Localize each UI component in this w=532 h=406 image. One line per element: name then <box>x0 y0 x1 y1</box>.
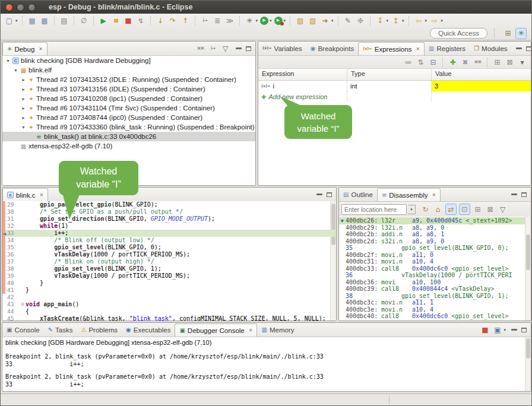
expand-twisty[interactable]: ▸ <box>20 115 27 120</box>
maximize-view-icon[interactable] <box>521 192 527 197</box>
code-line[interactable]: ➔33 i++; <box>2 230 336 237</box>
close-tab-icon[interactable]: ✕ <box>40 192 44 198</box>
expression-row[interactable]: (x)=iint3 <box>258 81 531 91</box>
debug-tree-row[interactable]: ≡blink_task() at blink.c:33 0x400dbc26 <box>2 132 255 141</box>
console-tab-executables[interactable]: ◉Executables <box>122 323 175 337</box>
pin-icon[interactable]: ⊠ <box>485 204 495 214</box>
new-project-icon[interactable]: ▨ <box>295 15 305 26</box>
line-number[interactable]: 29 <box>5 201 20 208</box>
view-menu-icon[interactable]: ▽ <box>220 43 230 53</box>
debug-tree-row[interactable]: ▸✦Thread #2 1073413512 (IDLE : Running) … <box>2 75 255 84</box>
minimize-view-icon[interactable] <box>511 194 517 195</box>
show-logical-structures-icon[interactable]: ⇅ <box>416 57 426 67</box>
disassembly-tab-disassembly[interactable]: ≡Disassembly✕ <box>377 188 441 201</box>
step-into-icon[interactable]: ↓ <box>156 15 166 26</box>
tab-debug[interactable]: ✳ Debug ✕ <box>2 42 48 55</box>
run-last-menu-caret[interactable]: ▾ <box>284 18 286 23</box>
expressions-tab-registers[interactable]: ▥Registers <box>425 42 470 55</box>
line-number[interactable]: 35 <box>5 244 20 251</box>
maximize-view-icon[interactable] <box>246 46 251 51</box>
add-expression-icon[interactable]: ✚ <box>448 57 458 67</box>
new-wizard-icon[interactable]: ▢ <box>4 15 14 26</box>
maximize-view-icon[interactable] <box>327 192 332 197</box>
window-minimize-button[interactable] <box>17 4 24 11</box>
back-icon[interactable]: ⇦ <box>414 15 424 26</box>
forward-icon[interactable]: ⇨ <box>429 15 439 26</box>
line-number[interactable]: 41 <box>5 287 20 294</box>
sync-active-context-icon[interactable]: ⇄ <box>445 204 457 215</box>
format-icon[interactable]: ✎ <box>343 15 353 26</box>
suspend-icon[interactable]: ▮▮ <box>111 15 121 26</box>
build-icon[interactable]: ▤ <box>59 15 69 26</box>
debug-perspective-icon[interactable]: ✳ <box>515 28 527 39</box>
disassembly-line[interactable]: 400dbc3e:movi.na10, 4 <box>339 306 531 313</box>
disassembly-line[interactable]: 400dbc3c:movi.na11, 1 <box>339 299 531 306</box>
expand-twisty[interactable]: ▸ <box>20 77 27 83</box>
quick-access-button[interactable]: Quick Access <box>430 28 487 39</box>
code-line[interactable]: 35 gpio_set_level(BLINK_GPIO, 0); <box>2 244 336 251</box>
disassembly-line[interactable]: 400dbc2b:addi.na8, a8, 1 <box>339 231 531 238</box>
run-icon[interactable]: ▶ <box>260 17 268 25</box>
remove-all-expressions-icon[interactable]: ✖✖ <box>473 57 483 67</box>
last-edit-location-menu-caret[interactable]: ▾ <box>387 18 389 23</box>
console-tab-problems[interactable]: ⚠Problems <box>77 323 122 337</box>
code-line[interactable]: 41} <box>2 287 336 294</box>
code-line[interactable]: 37 /* Blink on (output high) */ <box>2 258 336 265</box>
disassembly-scrollbar[interactable] <box>525 217 531 321</box>
display-selected-console-icon[interactable]: ▣ <box>492 325 502 335</box>
run-last-icon[interactable]: ▶ <box>274 17 283 25</box>
code-line[interactable]: 29 gpio_pad_select_gpio(BLINK_GPIO); <box>2 201 336 208</box>
disassembly-line[interactable]: vTaskDelay(1000 / portTICK_PERI <box>339 320 531 321</box>
expressions-tab-modules[interactable]: ❒Modules <box>470 42 511 55</box>
line-number[interactable]: 31 <box>5 215 20 223</box>
code-line[interactable]: 36 vTaskDelay(1000 / portTICK_PERIOD_MS)… <box>2 251 336 258</box>
line-number[interactable]: 39 <box>5 272 20 280</box>
maximize-view-icon[interactable] <box>526 46 531 51</box>
collapse-all-icon[interactable]: ⊟ <box>428 57 438 67</box>
code-line[interactable]: 38 gpio_set_level(BLINK_GPIO, 1); <box>2 265 336 272</box>
terminate-console-icon[interactable]: ■ <box>480 325 490 335</box>
back-menu-caret[interactable]: ▾ <box>425 18 428 23</box>
code-line[interactable]: 43⊖void app_main() <box>2 301 336 308</box>
code-line[interactable]: 42 <box>2 294 336 301</box>
view-menu-icon[interactable]: ▾ <box>517 57 527 67</box>
code-line[interactable]: 32 while(1) <box>2 223 336 230</box>
disassembly-line[interactable]: 400dbc29:l32i.na8, a9, 0 <box>339 224 531 231</box>
line-number[interactable]: 38 <box>5 265 20 272</box>
line-number[interactable]: 44 <box>5 308 20 315</box>
minimize-view-icon[interactable] <box>236 47 242 49</box>
remove-all-terminated-icon[interactable]: ✖✖ <box>195 43 205 53</box>
show-source-icon[interactable]: ⊡ <box>459 204 470 215</box>
disassembly-line[interactable]: 400dbc2d:s32i.na8, a9, 0 <box>339 238 531 245</box>
refresh-icon[interactable]: ↻ <box>420 204 430 214</box>
open-resource-icon[interactable]: ▧ <box>308 15 318 26</box>
minimize-view-icon[interactable] <box>316 194 322 195</box>
minimize-view-icon[interactable] <box>516 47 522 49</box>
external-tools-menu-caret[interactable]: ▾ <box>331 18 334 23</box>
display-selected-console-menu-caret[interactable]: ▾ <box>504 328 506 332</box>
disassembly-line[interactable]: 400dbc33:call80x400dc6c0 <gpio_set_level… <box>339 265 531 272</box>
resume-icon[interactable]: ▶ <box>99 15 109 26</box>
expressions-tab-expressions[interactable]: (x)=Expressions✕ <box>358 42 425 55</box>
disassembly-line[interactable]: 38gpio_set_level(BLINK_GPIO, 1); <box>339 293 531 300</box>
expand-twisty[interactable]: ▾ <box>12 68 19 73</box>
debug-tree-row[interactable]: ▸✦Thread #6 1073431104 (Tmr Svc) (Suspen… <box>2 103 255 113</box>
code-line[interactable]: 34 /* Blink off (output low) */ <box>2 237 336 244</box>
tab-blink-c[interactable]: c blink.c ✕ <box>2 188 48 201</box>
layout-icon[interactable]: ⊠ <box>505 57 515 67</box>
code-line[interactable]: 44{ <box>2 308 336 315</box>
expressions-tab-variables[interactable]: (x)=Variables <box>258 42 306 55</box>
maximize-view-icon[interactable] <box>521 328 527 332</box>
last-edit-location-icon[interactable]: ↧ <box>375 15 385 26</box>
column-header-expression[interactable]: Expression <box>258 69 347 80</box>
window-close-button[interactable] <box>5 4 13 11</box>
code-line[interactable]: 39 vTaskDelay(1000 / portTICK_PERIOD_MS)… <box>2 272 336 280</box>
expand-twisty[interactable]: ▸ <box>20 87 27 92</box>
expand-twisty[interactable]: ▾ <box>5 58 11 64</box>
new-disassembly-view-icon[interactable]: ⊞ <box>473 204 483 214</box>
open-perspective-icon[interactable]: ⊞ <box>503 28 513 39</box>
console-tab-tasks[interactable]: ✎Tasks <box>44 323 77 337</box>
console-tab-console[interactable]: ▣Console <box>2 323 44 337</box>
instruction-stepping-mode-icon[interactable]: i→ <box>208 43 218 53</box>
home-icon[interactable]: ⌂ <box>433 204 443 214</box>
